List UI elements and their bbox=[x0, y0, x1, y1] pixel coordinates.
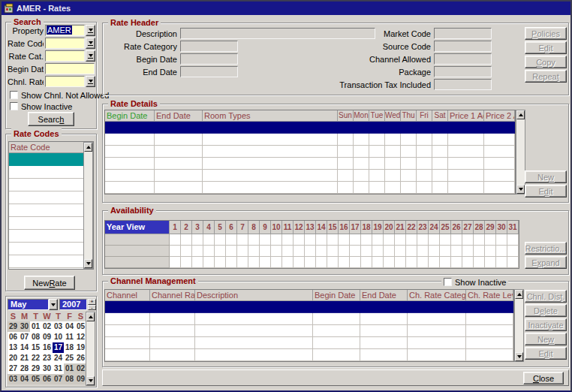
table-row[interactable] bbox=[105, 301, 513, 313]
availability-row[interactable] bbox=[105, 234, 519, 246]
table-row[interactable] bbox=[105, 170, 515, 182]
show-chnl-not-allowed-checkbox[interactable] bbox=[10, 91, 18, 99]
calendar-day[interactable]: 01 bbox=[30, 321, 41, 332]
scroll-up-icon[interactable] bbox=[86, 312, 95, 321]
month-dropdown-icon[interactable] bbox=[49, 299, 58, 310]
calendar-day[interactable]: 08 bbox=[30, 332, 41, 342]
property-lov-button[interactable] bbox=[86, 25, 95, 36]
calendar-day[interactable]: 06 bbox=[8, 332, 19, 342]
calendar-day[interactable]: 23 bbox=[41, 353, 53, 363]
table-row[interactable] bbox=[105, 122, 515, 134]
availability-cell bbox=[361, 234, 372, 246]
rate-code-row[interactable] bbox=[9, 204, 93, 217]
rate-code-row[interactable] bbox=[9, 255, 93, 268]
calendar-day[interactable]: 28 bbox=[19, 363, 30, 374]
calendar-day-selected[interactable]: 17 bbox=[53, 342, 64, 353]
table-row[interactable] bbox=[105, 349, 513, 361]
calendar-day[interactable]: 04 bbox=[19, 374, 30, 384]
chnl-rate-input[interactable] bbox=[45, 76, 85, 87]
rate-code-row[interactable] bbox=[9, 243, 93, 255]
calendar-day[interactable]: 13 bbox=[8, 342, 19, 353]
calendar-day[interactable]: 02 bbox=[75, 363, 86, 374]
calendar-month-combo[interactable]: May bbox=[8, 299, 58, 310]
calendar-day[interactable]: 20 bbox=[8, 353, 19, 363]
table-row[interactable] bbox=[105, 325, 513, 337]
rate-cat-lov-button[interactable] bbox=[86, 50, 95, 62]
calendar-day[interactable]: 27 bbox=[8, 363, 19, 374]
calendar-day[interactable]: 26 bbox=[75, 353, 86, 363]
calendar-day[interactable]: 05 bbox=[30, 374, 41, 384]
new-rate-button[interactable]: New Rate bbox=[24, 276, 75, 290]
scroll-down-icon[interactable] bbox=[515, 352, 523, 361]
availability-row[interactable] bbox=[105, 257, 519, 268]
calendar-day[interactable]: 07 bbox=[19, 332, 30, 342]
calendar-day[interactable]: 09 bbox=[75, 374, 86, 384]
rate-codes-scrollbar[interactable] bbox=[83, 142, 93, 269]
table-row[interactable] bbox=[105, 182, 515, 194]
calendar-day[interactable]: 07 bbox=[53, 374, 64, 384]
scroll-down-icon[interactable] bbox=[516, 185, 525, 194]
calendar-day[interactable]: 29 bbox=[8, 321, 19, 332]
calendar-day[interactable]: 03 bbox=[8, 374, 19, 384]
scroll-up-icon[interactable] bbox=[515, 290, 523, 299]
begin-date-input[interactable] bbox=[45, 63, 95, 74]
calendar-day[interactable]: 30 bbox=[19, 321, 30, 332]
calendar-day[interactable]: 06 bbox=[41, 374, 53, 384]
table-row[interactable] bbox=[105, 146, 515, 158]
year-spinner[interactable]: + - bbox=[88, 299, 96, 310]
scroll-down-icon[interactable] bbox=[86, 376, 95, 385]
property-input[interactable]: AMER bbox=[45, 25, 85, 36]
rate-code-row[interactable] bbox=[9, 268, 93, 270]
calendar-day[interactable]: 11 bbox=[64, 332, 75, 342]
calendar-scrollbar[interactable] bbox=[86, 312, 95, 386]
calendar-day[interactable]: 30 bbox=[41, 363, 53, 374]
rate-code-row[interactable] bbox=[9, 217, 93, 230]
table-cell bbox=[417, 146, 432, 158]
calendar-day[interactable]: 31 bbox=[53, 363, 64, 374]
show-inactive-checkbox[interactable] bbox=[10, 102, 18, 110]
calendar-day[interactable]: 12 bbox=[75, 332, 86, 342]
calendar-day[interactable]: 04 bbox=[64, 321, 75, 332]
calendar-day[interactable]: 09 bbox=[41, 332, 53, 342]
rate-cat-input[interactable] bbox=[45, 50, 85, 62]
calendar-day[interactable]: 01 bbox=[64, 363, 75, 374]
table-row[interactable] bbox=[105, 158, 515, 170]
calendar-day[interactable]: 22 bbox=[30, 353, 41, 363]
calendar-day[interactable]: 15 bbox=[30, 342, 41, 353]
scroll-up-icon[interactable] bbox=[516, 110, 525, 119]
calendar-day[interactable]: 02 bbox=[41, 321, 53, 332]
calendar-day[interactable]: 10 bbox=[53, 332, 64, 342]
table-row[interactable] bbox=[105, 313, 513, 325]
rate-code-row[interactable] bbox=[9, 166, 93, 179]
rate-code-input[interactable] bbox=[45, 38, 85, 49]
calendar-day[interactable]: 25 bbox=[64, 353, 75, 363]
rate-code-row[interactable] bbox=[9, 153, 93, 166]
calendar-day[interactable]: 19 bbox=[75, 342, 86, 353]
calendar-day[interactable]: 16 bbox=[41, 342, 53, 353]
calendar-day[interactable]: 18 bbox=[64, 342, 75, 353]
table-row[interactable] bbox=[105, 337, 513, 349]
table-row[interactable] bbox=[105, 134, 515, 146]
show-inactive-checkbox[interactable] bbox=[444, 278, 452, 286]
calendar-day[interactable]: 29 bbox=[30, 363, 41, 374]
chnl-rate-lov-button[interactable] bbox=[86, 76, 95, 87]
availability-row[interactable] bbox=[105, 246, 519, 257]
close-button[interactable]: Close bbox=[523, 372, 564, 384]
spinner-plus-icon[interactable]: + bbox=[88, 299, 96, 305]
channel-scrollbar[interactable] bbox=[514, 289, 524, 362]
rate-code-row[interactable] bbox=[9, 191, 93, 204]
spinner-minus-icon[interactable]: - bbox=[88, 305, 96, 311]
rate-code-row[interactable] bbox=[9, 230, 93, 243]
calendar-month-value: May bbox=[8, 299, 49, 310]
rate-code-row[interactable] bbox=[9, 179, 93, 191]
calendar-day[interactable]: 08 bbox=[64, 374, 75, 384]
calendar-day[interactable]: 05 bbox=[75, 321, 86, 332]
calendar-day[interactable]: 21 bbox=[19, 353, 30, 363]
rate-code-lov-button[interactable] bbox=[86, 38, 95, 49]
search-button[interactable]: Search bbox=[28, 112, 74, 126]
scroll-down-icon[interactable] bbox=[84, 259, 92, 268]
calendar-day[interactable]: 24 bbox=[53, 353, 64, 363]
calendar-day[interactable]: 14 bbox=[19, 342, 30, 353]
scroll-up-icon[interactable] bbox=[84, 143, 92, 152]
calendar-day[interactable]: 03 bbox=[53, 321, 64, 332]
